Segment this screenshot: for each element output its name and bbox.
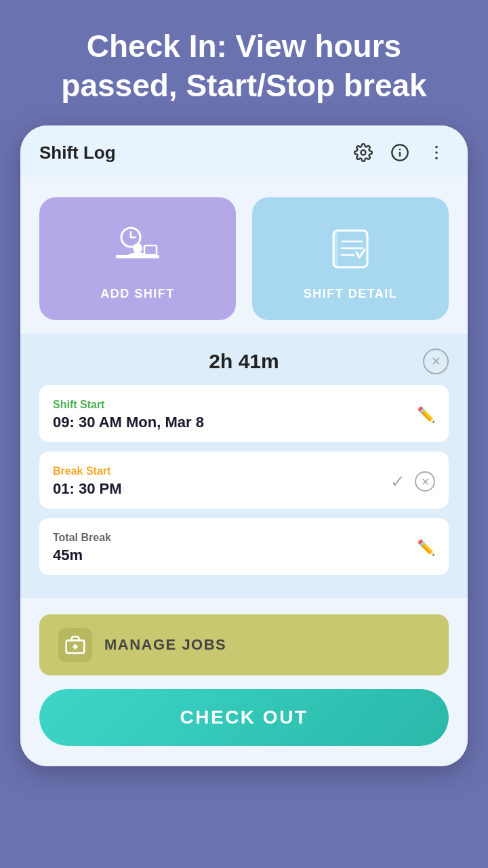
shift-detail-label: SHIFT DETAIL [304,287,398,301]
more-menu-icon[interactable] [424,140,449,165]
app-bar-title: Shift Log [39,142,116,163]
app-bar-icons [351,140,449,165]
info-icon[interactable] [388,140,412,165]
svg-point-4 [435,146,438,149]
shift-start-content: Shift Start 09: 30 AM Mon, Mar 8 [53,399,204,431]
shift-start-label: Shift Start [53,399,204,411]
phone-frame: Shift Log [20,125,468,766]
bottom-area: MANAGE JOBS CHECK OUT [20,598,468,766]
break-start-label: Break Start [53,465,122,477]
add-shift-icon [110,222,165,276]
page-header: Check In: View hours passed, Start/Stop … [0,0,488,125]
svg-rect-12 [144,245,157,255]
break-start-confirm-icon[interactable]: ✓ [390,471,405,492]
manage-jobs-icon [58,628,92,662]
svg-point-0 [361,151,366,155]
shift-duration: 2h 41m [209,350,279,373]
add-shift-card[interactable]: ADD SHIFT [39,197,236,320]
shift-panel: 2h 41m ✕ Shift Start 09: 30 AM Mon, Mar … [20,334,468,598]
cards-area: ADD SHIFT SHIFT DETAIL [20,177,468,334]
total-break-value: 45m [53,547,111,564]
total-break-edit-icon[interactable]: ✏️ [417,539,435,557]
svg-point-6 [435,157,438,159]
total-break-label: Total Break [53,532,111,544]
svg-point-11 [133,243,142,253]
svg-point-5 [435,151,438,154]
shift-start-actions: ✏️ [417,406,435,424]
settings-icon[interactable] [351,140,375,165]
close-panel-button[interactable]: ✕ [423,349,449,374]
total-break-actions: ✏️ [417,539,435,557]
shift-start-edit-icon[interactable]: ✏️ [417,406,435,424]
app-bar: Shift Log [20,125,468,177]
shift-panel-header: 2h 41m ✕ [39,350,449,373]
page-title: Check In: View hours passed, Start/Stop … [41,27,447,105]
total-break-row: Total Break 45m ✏️ [39,518,449,575]
shift-detail-icon [323,222,378,276]
shift-start-row: Shift Start 09: 30 AM Mon, Mar 8 ✏️ [39,385,449,442]
break-start-cancel-icon[interactable]: ✕ [415,471,435,492]
break-start-value: 01: 30 PM [53,480,122,498]
break-start-row: Break Start 01: 30 PM ✓ ✕ [39,452,449,509]
add-shift-label: ADD SHIFT [100,287,175,301]
shift-start-value: 09: 30 AM Mon, Mar 8 [53,414,204,431]
shift-detail-card[interactable]: SHIFT DETAIL [252,197,449,320]
total-break-content: Total Break 45m [53,532,111,564]
break-start-actions: ✓ ✕ [390,471,435,492]
checkout-button[interactable]: CHECK OUT [39,689,449,746]
manage-jobs-button[interactable]: MANAGE JOBS [39,614,449,675]
manage-jobs-label: MANAGE JOBS [104,636,226,654]
break-start-content: Break Start 01: 30 PM [53,465,122,498]
checkout-label: CHECK OUT [180,707,308,728]
